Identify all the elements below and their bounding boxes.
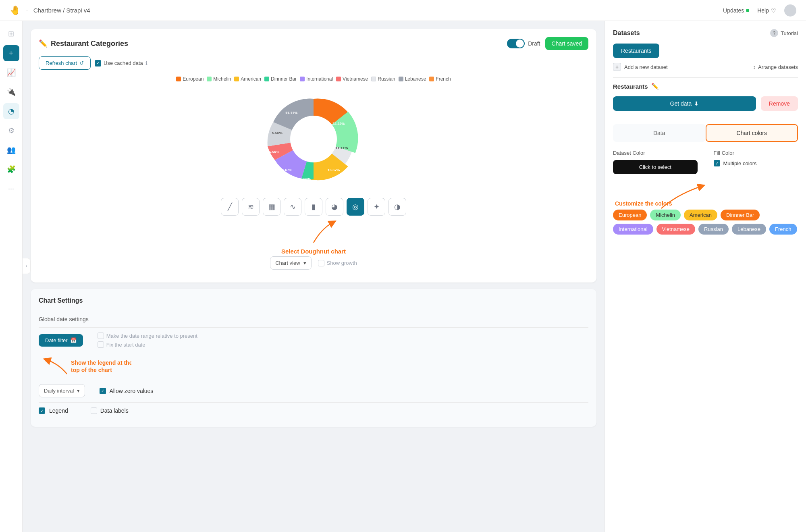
help-link[interactable]: Help ♡ — [757, 7, 776, 14]
color-section: Dataset Color Click to select Fill Color… — [613, 150, 798, 174]
remove-dataset-button[interactable]: Remove — [761, 96, 798, 111]
restaurants-section-header: Restaurants ✏️ — [613, 83, 798, 90]
legend-label-russian: Russian — [378, 76, 395, 82]
fill-color-row: ✓ Multiple colors — [714, 160, 798, 166]
right-panel: Datasets ? Tutorial Restaurants + Add a … — [604, 21, 806, 532]
tab-chart-colors[interactable]: Chart colors — [706, 124, 798, 142]
center-content: ✏️ Restaurant Categories Draft Chart sav… — [23, 21, 604, 532]
datasets-title: Datasets — [613, 29, 640, 37]
sidebar-expand-btn[interactable]: › — [23, 258, 31, 274]
global-date-label: Global date settings — [39, 316, 588, 322]
legend-label-michelin: Michelin — [213, 76, 231, 82]
multiple-colors-checkbox[interactable]: ✓ — [714, 160, 720, 166]
chart-view-select[interactable]: Chart view ▾ — [270, 256, 311, 270]
chart-type-donut[interactable]: ◎ — [347, 198, 364, 216]
color-tag-vietnamese[interactable]: Vietnamese — [656, 224, 695, 235]
color-tag-american[interactable]: American — [684, 210, 717, 220]
sidebar-icon-dots[interactable]: ··· — [3, 181, 19, 197]
sidebar-icon-puzzle[interactable]: 🧩 — [3, 161, 19, 177]
chart-type-bar-chart[interactable]: ▮ — [305, 198, 322, 216]
refresh-chart-button[interactable]: Refresh chart ↺ — [39, 56, 91, 70]
user-avatar[interactable] — [784, 4, 796, 17]
donut-hole — [290, 116, 337, 162]
color-tag-russian[interactable]: Russian — [698, 224, 729, 235]
chart-type-polar[interactable]: ◑ — [388, 198, 406, 216]
color-tag-dinnnerbar[interactable]: Dinnner Bar — [721, 210, 760, 220]
interval-legend-row: Daily interval ▾ ✓ Allow zero values — [39, 379, 588, 402]
allow-zero-checkbox[interactable]: ✓ — [100, 388, 106, 394]
sidebar-icon-plug[interactable]: 🔌 — [3, 84, 19, 100]
color-tag-lebanese[interactable]: Lebanese — [732, 224, 766, 235]
nav-right: Updates Help ♡ — [723, 4, 796, 17]
color-tag-international[interactable]: International — [613, 224, 653, 235]
add-dataset-button[interactable]: + Add a new dataset — [613, 63, 668, 71]
make-relative-checkbox[interactable] — [98, 332, 104, 339]
sidebar-icon-users[interactable]: 👥 — [3, 142, 19, 158]
add-dataset-row: + Add a new dataset ↕ Arrange datasets — [613, 63, 798, 71]
pct-michelin: 11.11% — [336, 146, 348, 150]
legend-label: Legend — [49, 407, 68, 414]
pencil-icon: ✏️ — [39, 39, 48, 48]
tab-data[interactable]: Data — [613, 124, 706, 142]
data-labels-checkbox[interactable] — [91, 407, 97, 414]
legend-dot-international — [300, 77, 305, 81]
interval-select[interactable]: Daily interval ▾ — [39, 384, 85, 397]
show-growth-checkbox[interactable] — [318, 260, 324, 266]
restaurants-section-title: Restaurants — [613, 83, 648, 90]
color-tag-french[interactable]: French — [769, 224, 797, 235]
sidebar-icon-grid[interactable]: ⊞ — [3, 26, 19, 42]
legend-label-european: European — [183, 76, 204, 82]
color-tag-european[interactable]: European — [613, 210, 647, 220]
color-tag-michelin[interactable]: Michelin — [650, 210, 681, 220]
show-growth-row: Show growth — [318, 260, 357, 266]
chart-saved-button[interactable]: Chart saved — [545, 37, 588, 50]
legend-dot-michelin — [207, 77, 212, 81]
draft-toggle[interactable]: Draft — [507, 39, 540, 48]
donut-chart-area: 22.22% 11.11% 16.67% 5.56% 16.67% 5.56% … — [39, 87, 588, 191]
chevron-down-icon: ▾ — [303, 260, 306, 266]
sidebar-icon-gear[interactable]: ⚙ — [3, 123, 19, 139]
pct-russian: 5.56% — [272, 131, 283, 135]
date-filter-button[interactable]: Date filter 📅 — [39, 334, 83, 347]
main-layout: ✏️ Restaurant Categories Draft Chart sav… — [23, 21, 806, 532]
updates-link[interactable]: Updates — [723, 7, 749, 14]
fix-start-checkbox[interactable] — [98, 341, 104, 348]
datasets-header: Datasets ? Tutorial — [613, 29, 798, 37]
restaurants-dataset-button[interactable]: Restaurants — [613, 44, 659, 58]
sidebar-icon-add[interactable]: + — [3, 45, 19, 61]
refresh-icon: ↺ — [79, 60, 84, 66]
legend-checkbox[interactable]: ✓ — [39, 407, 45, 414]
chart-type-area[interactable]: ∿ — [284, 198, 301, 216]
click-to-select-button[interactable]: Click to select — [613, 160, 698, 174]
chart-type-line[interactable]: ╱ — [221, 198, 239, 216]
arrange-datasets-button[interactable]: ↕ Arrange datasets — [753, 64, 798, 70]
nav-left: 🤚 ·· Chartbrew / Strapi v4 — [10, 5, 90, 16]
settings-title: Chart Settings — [39, 297, 588, 304]
legend-label-dinnnerbar: Dinnner Bar — [271, 76, 297, 82]
chart-panel: ✏️ Restaurant Categories Draft Chart sav… — [31, 29, 596, 283]
add-dataset-icon: + — [613, 63, 621, 71]
tutorial-button[interactable]: ? Tutorial — [770, 29, 798, 37]
get-data-button[interactable]: Get data ⬇ — [613, 96, 756, 111]
edit-restaurants-icon[interactable]: ✏️ — [651, 83, 659, 90]
sidebar-icon-pie[interactable]: ◔ — [3, 103, 19, 119]
chart-type-table[interactable]: ▦ — [263, 198, 280, 216]
chart-type-radar[interactable]: ✦ — [368, 198, 385, 216]
dataset-color-col: Dataset Color Click to select — [613, 150, 698, 174]
use-cached-checkbox[interactable]: ✓ — [95, 60, 101, 66]
chart-toolbar: Refresh chart ↺ ✓ Use cached data ℹ — [39, 56, 588, 70]
donut-chart-svg: 22.22% 11.11% 16.67% 5.56% 16.67% 5.56% … — [253, 87, 374, 191]
draft-toggle-switch[interactable] — [507, 39, 525, 48]
arrange-label: Arrange datasets — [758, 64, 798, 70]
legend-label-lebanese: Lebanese — [405, 76, 426, 82]
svg-text:Show the legend at the: Show the legend at the — [71, 360, 131, 366]
legend-dot-european — [176, 77, 181, 81]
legend-dot-vietnamese — [336, 77, 341, 81]
chart-type-pie[interactable]: ◕ — [326, 198, 343, 216]
sidebar-icon-chart[interactable]: 📈 — [3, 64, 19, 81]
top-nav: 🤚 ·· Chartbrew / Strapi v4 Updates Help … — [0, 0, 806, 21]
draft-label: Draft — [528, 40, 540, 47]
donut-annotation: Select Doughnut chart — [39, 248, 588, 255]
chart-type-multiline[interactable]: ≋ — [242, 198, 260, 216]
tutorial-icon: ? — [770, 29, 778, 37]
